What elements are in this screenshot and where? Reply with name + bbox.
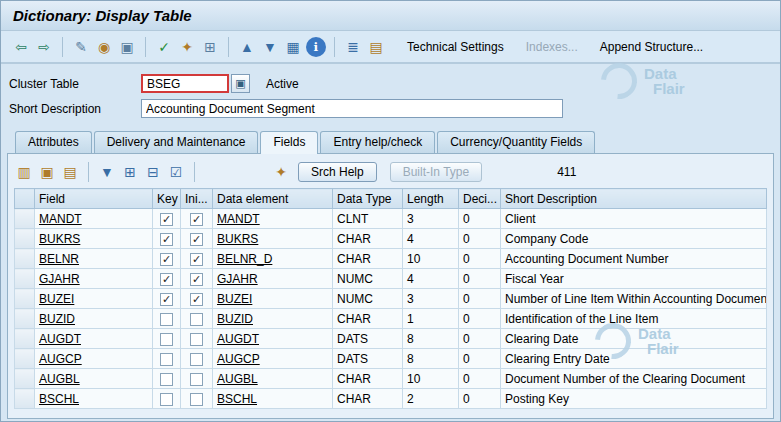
initial-value-checkbox[interactable]: ✓: [190, 293, 203, 306]
layout-icon[interactable]: ▦: [283, 37, 303, 57]
field-count: 411: [557, 165, 576, 179]
field-link[interactable]: MANDT: [39, 212, 82, 226]
data-element-link[interactable]: AUGCP: [217, 352, 260, 366]
check-icon[interactable]: ✓: [154, 37, 174, 57]
built-in-type-button[interactable]: Built-In Type: [390, 162, 482, 182]
column-header-selector[interactable]: [15, 189, 35, 209]
column-header-length[interactable]: Length: [403, 189, 459, 209]
column-header-field[interactable]: Field: [35, 189, 153, 209]
copy-icon[interactable]: ▣: [117, 37, 137, 57]
data-element-link[interactable]: MANDT: [217, 212, 260, 226]
data-element-link[interactable]: AUGDT: [217, 332, 259, 346]
data-element-link[interactable]: AUGBL: [217, 372, 258, 386]
row-selector[interactable]: [15, 229, 35, 249]
tab-entry-help-check[interactable]: Entry help/check: [320, 131, 435, 153]
activate-icon[interactable]: ✦: [177, 37, 197, 57]
short-description-input[interactable]: [141, 99, 563, 118]
row-selector[interactable]: [15, 289, 35, 309]
data-element-link[interactable]: BUZEI: [217, 292, 252, 306]
where-used-icon[interactable]: ◉: [94, 37, 114, 57]
column-header-ini[interactable]: Ini...: [181, 189, 213, 209]
delete-row-icon[interactable]: ⊟: [143, 162, 163, 182]
sort-ascending-icon[interactable]: ▲: [237, 37, 257, 57]
field-link[interactable]: BUZID: [39, 312, 75, 326]
row-selector[interactable]: [15, 329, 35, 349]
initial-value-checkbox[interactable]: ✓: [190, 213, 203, 226]
key-checkbox[interactable]: [160, 353, 173, 366]
indexes-button[interactable]: Indexes...: [522, 38, 582, 56]
fields-panel: ▥▣▤▼⊞⊟☑✦ Srch Help Built-In Type 411 Fie…: [7, 153, 774, 419]
field-link[interactable]: AUGCP: [39, 352, 82, 366]
column-header-key[interactable]: Key: [153, 189, 181, 209]
initial-value-checkbox[interactable]: ✓: [190, 273, 203, 286]
initial-value-checkbox[interactable]: [190, 353, 203, 366]
field-link[interactable]: AUGDT: [39, 332, 81, 346]
field-link[interactable]: BELNR: [39, 252, 79, 266]
srch-help-button[interactable]: Srch Help: [298, 162, 377, 182]
column-header-data-type[interactable]: Data Type: [333, 189, 403, 209]
key-checkbox[interactable]: [160, 373, 173, 386]
key-checkbox[interactable]: ✓: [160, 273, 173, 286]
srch-help-wand-icon[interactable]: ✦: [271, 162, 291, 182]
key-checkbox[interactable]: ✓: [160, 233, 173, 246]
back-icon[interactable]: ⇦: [11, 37, 31, 57]
tab-fields[interactable]: Fields: [260, 131, 318, 154]
display-change-icon[interactable]: ✎: [71, 37, 91, 57]
data-element-link[interactable]: BELNR_D: [217, 252, 272, 266]
column-header-deci[interactable]: Deci...: [459, 189, 501, 209]
key-checkbox[interactable]: [160, 393, 173, 406]
data-element-link[interactable]: BUKRS: [217, 232, 258, 246]
short-description-cell: Clearing Entry Date: [501, 349, 767, 369]
column-header-data-element[interactable]: Data element: [213, 189, 333, 209]
field-link[interactable]: AUGBL: [39, 372, 80, 386]
data-element-link[interactable]: BUZID: [217, 312, 253, 326]
tab-attributes[interactable]: Attributes: [15, 131, 92, 153]
filter-icon[interactable]: ▼: [97, 162, 117, 182]
initial-value-checkbox[interactable]: ✓: [190, 253, 203, 266]
row-selector[interactable]: [15, 309, 35, 329]
forward-icon[interactable]: ⇨: [34, 37, 54, 57]
initial-value-cell: ✓: [181, 249, 213, 269]
field-link[interactable]: BSCHL: [39, 392, 79, 406]
hierarchy-icon[interactable]: ≣: [343, 37, 363, 57]
field-link[interactable]: BUKRS: [39, 232, 80, 246]
select-all-icon[interactable]: ☑: [166, 162, 186, 182]
runtime-object-icon[interactable]: ▤: [366, 37, 386, 57]
row-selector[interactable]: [15, 209, 35, 229]
key-checkbox[interactable]: [160, 333, 173, 346]
key-checkbox[interactable]: ✓: [160, 213, 173, 226]
technical-settings-button[interactable]: Technical Settings: [403, 38, 508, 56]
data-element-link[interactable]: GJAHR: [217, 272, 258, 286]
copy-rows-icon[interactable]: ▣: [37, 162, 57, 182]
initial-value-checkbox[interactable]: [190, 393, 203, 406]
tab-delivery-and-maintenance[interactable]: Delivery and Maintenance: [94, 131, 259, 153]
key-checkbox[interactable]: ✓: [160, 293, 173, 306]
short-description-cell: Client: [501, 209, 767, 229]
row-selector[interactable]: [15, 369, 35, 389]
paste-rows-icon[interactable]: ▤: [60, 162, 80, 182]
cluster-table-input[interactable]: [141, 74, 229, 93]
append-icon[interactable]: ⊞: [200, 37, 220, 57]
insert-row-icon[interactable]: ⊞: [120, 162, 140, 182]
initial-value-checkbox[interactable]: ✓: [190, 233, 203, 246]
key-checkbox[interactable]: [160, 313, 173, 326]
row-selector[interactable]: [15, 389, 35, 409]
sort-descending-icon[interactable]: ▼: [260, 37, 280, 57]
matchcode-icon[interactable]: ▣: [231, 74, 250, 93]
tab-currency-quantity-fields[interactable]: Currency/Quantity Fields: [437, 131, 595, 153]
initial-value-checkbox[interactable]: [190, 333, 203, 346]
row-selector[interactable]: [15, 349, 35, 369]
field-link[interactable]: BUZEI: [39, 292, 74, 306]
append-structure-button[interactable]: Append Structure...: [596, 38, 707, 56]
initial-value-checkbox[interactable]: [190, 313, 203, 326]
field-link[interactable]: GJAHR: [39, 272, 80, 286]
data-element-link[interactable]: BSCHL: [217, 392, 257, 406]
toolbar-separator: [62, 37, 63, 57]
info-icon[interactable]: ℹ: [306, 37, 326, 57]
row-selector[interactable]: [15, 269, 35, 289]
key-checkbox[interactable]: ✓: [160, 253, 173, 266]
row-selector[interactable]: [15, 249, 35, 269]
choose-columns-icon[interactable]: ▥: [14, 162, 34, 182]
column-header-short-description[interactable]: Short Description: [501, 189, 767, 209]
initial-value-checkbox[interactable]: [190, 373, 203, 386]
